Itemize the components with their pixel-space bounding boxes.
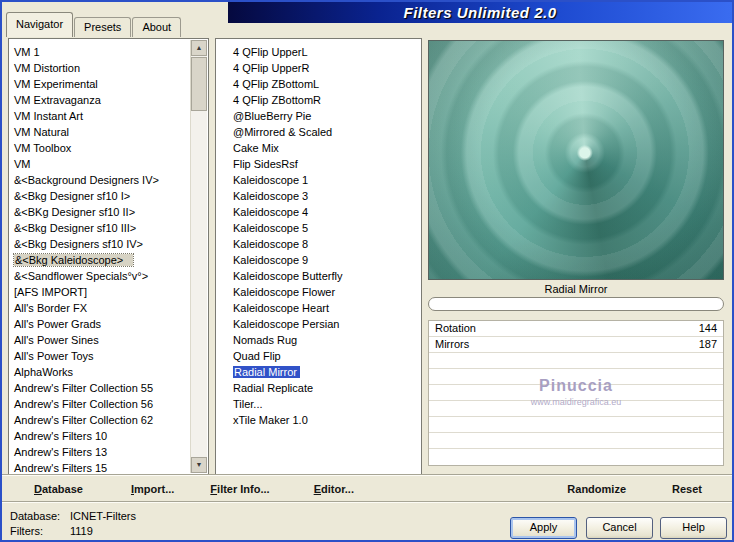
randomize-button[interactable]: Randomize bbox=[567, 483, 626, 495]
list-item[interactable]: 4 QFlip UpperL bbox=[217, 44, 420, 60]
status-filters-label: Filters: bbox=[10, 524, 70, 539]
list-item[interactable]: &<Sandflower Specials°v°> bbox=[10, 268, 191, 284]
list-item[interactable]: &<BKg Designer sf10 II> bbox=[10, 204, 191, 220]
list-item[interactable]: Kaleidoscope Flower bbox=[217, 284, 420, 300]
list-item[interactable]: Kaleidoscope 5 bbox=[217, 220, 420, 236]
filters-unlimited-window: Filters Unlimited 2.0 Navigator Presets … bbox=[0, 0, 734, 542]
param-row-empty bbox=[429, 417, 723, 433]
list-item[interactable]: Tiler... bbox=[217, 396, 420, 412]
list-item[interactable]: AlphaWorks bbox=[10, 364, 191, 380]
list-item[interactable]: &<Bkg Kaleidoscope> bbox=[10, 252, 191, 268]
param-row-empty bbox=[429, 353, 723, 369]
list-item[interactable]: &<Bkg Designers sf10 IV> bbox=[10, 236, 191, 252]
category-list[interactable]: VM 1VM DistortionVM ExperimentalVM Extra… bbox=[8, 38, 209, 475]
tab-bar: Navigator Presets About bbox=[6, 12, 182, 37]
status-area: Database:ICNET-Filters Filters:1119 bbox=[10, 509, 136, 539]
title-banner: Filters Unlimited 2.0 bbox=[228, 2, 732, 23]
list-item[interactable]: Andrew's Filter Collection 62 bbox=[10, 412, 191, 428]
list-item[interactable]: Nomads Rug bbox=[217, 332, 420, 348]
list-item[interactable]: Radial Replicate bbox=[217, 380, 420, 396]
scrollbar-thumb[interactable] bbox=[191, 57, 207, 111]
param-row-empty bbox=[429, 401, 723, 417]
list-item[interactable]: xTile Maker 1.0 bbox=[217, 412, 420, 428]
cancel-button[interactable]: Cancel bbox=[586, 517, 653, 539]
param-row[interactable]: Mirrors187 bbox=[429, 337, 723, 353]
status-database-row: Database:ICNET-Filters bbox=[10, 509, 136, 524]
help-button[interactable]: Help bbox=[660, 517, 727, 539]
list-item[interactable]: VM Distortion bbox=[10, 60, 191, 76]
tab-navigator[interactable]: Navigator bbox=[6, 12, 73, 37]
list-item[interactable]: All's Power Grads bbox=[10, 316, 191, 332]
list-item[interactable]: &<Background Designers IV> bbox=[10, 172, 191, 188]
list-item[interactable]: 4 QFlip ZBottomL bbox=[217, 76, 420, 92]
filter-info-button[interactable]: Filter Info... bbox=[210, 483, 269, 495]
category-list-items: VM 1VM DistortionVM ExperimentalVM Extra… bbox=[10, 40, 191, 473]
category-scrollbar[interactable]: ▲ ▼ bbox=[190, 40, 207, 473]
list-item[interactable]: VM Natural bbox=[10, 124, 191, 140]
list-item[interactable]: Cake Mix bbox=[217, 140, 420, 156]
apply-button[interactable]: Apply bbox=[510, 517, 577, 539]
list-item[interactable]: Kaleidoscope 9 bbox=[217, 252, 420, 268]
list-item[interactable]: &<Bkg Designer sf10 I> bbox=[10, 188, 191, 204]
parameter-panel: Rotation144Mirrors187 Pinuccia www.maidi… bbox=[428, 320, 724, 466]
list-item[interactable]: Andrew's Filter Collection 55 bbox=[10, 380, 191, 396]
list-item[interactable]: Andrew's Filters 10 bbox=[10, 428, 191, 444]
list-item[interactable]: Andrew's Filter Collection 56 bbox=[10, 396, 191, 412]
preview-caption: Radial Mirror bbox=[428, 283, 724, 295]
list-item[interactable]: @Mirrored & Scaled bbox=[217, 124, 420, 140]
status-database-label: Database: bbox=[10, 509, 70, 524]
list-item[interactable]: Kaleidoscope Heart bbox=[217, 300, 420, 316]
list-item[interactable]: Kaleidoscope Persian bbox=[217, 316, 420, 332]
list-item[interactable]: [AFS IMPORT] bbox=[10, 284, 191, 300]
list-item[interactable]: &<Bkg Designer sf10 III> bbox=[10, 220, 191, 236]
list-item[interactable]: All's Border FX bbox=[10, 300, 191, 316]
tab-presets[interactable]: Presets bbox=[74, 17, 131, 37]
list-item[interactable]: @BlueBerry Pie bbox=[217, 108, 420, 124]
editor-button[interactable]: Editor... bbox=[314, 483, 354, 495]
list-item[interactable]: VM 1 bbox=[10, 44, 191, 60]
list-item[interactable]: Andrew's Filters 13 bbox=[10, 444, 191, 460]
scroll-down-icon[interactable]: ▼ bbox=[191, 457, 207, 473]
list-item[interactable]: Kaleidoscope 4 bbox=[217, 204, 420, 220]
status-database-value: ICNET-Filters bbox=[70, 510, 136, 522]
window-title: Filters Unlimited 2.0 bbox=[403, 4, 556, 21]
divider-bottom bbox=[2, 501, 732, 503]
list-item[interactable]: Kaleidoscope 3 bbox=[217, 188, 420, 204]
tab-about[interactable]: About bbox=[132, 17, 181, 37]
param-row-empty bbox=[429, 449, 723, 465]
status-filters-value: 1119 bbox=[70, 525, 93, 537]
database-button[interactable]: Database bbox=[34, 483, 83, 495]
param-row[interactable]: Rotation144 bbox=[429, 321, 723, 337]
list-item[interactable]: VM Instant Art bbox=[10, 108, 191, 124]
filter-list-items: 4 QFlip UpperL4 QFlip UpperR4 QFlip ZBot… bbox=[217, 40, 420, 473]
list-item[interactable]: All's Power Sines bbox=[10, 332, 191, 348]
scroll-up-icon[interactable]: ▲ bbox=[191, 40, 207, 56]
list-item[interactable]: VM Extravaganza bbox=[10, 92, 191, 108]
status-filters-row: Filters:1119 bbox=[10, 524, 136, 539]
import-button[interactable]: Import... bbox=[131, 483, 174, 495]
filter-preview-image bbox=[428, 40, 724, 280]
list-item[interactable]: Kaleidoscope 8 bbox=[217, 236, 420, 252]
param-row-empty bbox=[429, 369, 723, 385]
param-row-empty bbox=[429, 385, 723, 401]
list-item[interactable]: VM bbox=[10, 156, 191, 172]
list-item[interactable]: Kaleidoscope 1 bbox=[217, 172, 420, 188]
list-item[interactable]: All's Power Toys bbox=[10, 348, 191, 364]
list-item[interactable]: 4 QFlip ZBottomR bbox=[217, 92, 420, 108]
list-item[interactable]: 4 QFlip UpperR bbox=[217, 60, 420, 76]
reset-button[interactable]: Reset bbox=[672, 483, 702, 495]
list-item[interactable]: Flip SidesRsf bbox=[217, 156, 420, 172]
list-item[interactable]: Kaleidoscope Butterfly bbox=[217, 268, 420, 284]
list-item[interactable]: Andrew's Filters 15 bbox=[10, 460, 191, 475]
param-rows: Rotation144Mirrors187 bbox=[429, 321, 723, 465]
list-item[interactable]: Radial Mirror bbox=[217, 364, 420, 380]
list-item[interactable]: VM Experimental bbox=[10, 76, 191, 92]
filter-list[interactable]: 4 QFlip UpperL4 QFlip UpperR4 QFlip ZBot… bbox=[215, 38, 422, 475]
progress-bar bbox=[428, 297, 724, 311]
divider-top bbox=[2, 474, 732, 476]
param-row-empty bbox=[429, 433, 723, 449]
toolbar: Database Import... Filter Info... Editor… bbox=[2, 478, 732, 500]
list-item[interactable]: Quad Flip bbox=[217, 348, 420, 364]
list-item[interactable]: VM Toolbox bbox=[10, 140, 191, 156]
